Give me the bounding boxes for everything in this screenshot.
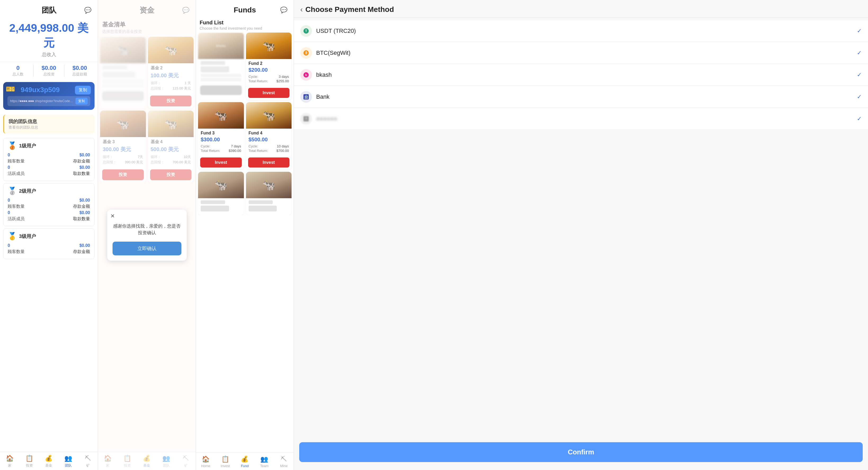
en-fund-2-cycle-val: 3 days [279,75,289,78]
level-1-stats: 0 $0.00 顾客数量 存款金额 0 $0.00 活跃成员 取款数量 [8,153,90,177]
level-1-header: 🥉 1级用户 [8,141,90,150]
panel1-title: 团队 [15,5,83,15]
payment-item-usdt[interactable]: T USDT (TRC20) ✓ [294,21,868,42]
level-1-customers-val: 0 [8,153,10,158]
referral-emoji: 🎫 [6,85,15,93]
panel3-message-icon[interactable]: 💬 [279,5,288,15]
stat-total-invest-label: 总投资 [34,72,64,77]
en-fund-4-cycle-row: Cycle: 10 days [249,144,289,148]
p3-nav-team-label: Team [260,464,269,468]
en-fund-1-img: iinvou [198,33,244,59]
nav-mine-label: 矿 [86,463,90,468]
level-2-withdraw-val: $0.00 [80,210,90,215]
bank-check-icon: ✓ [857,93,862,100]
bkash-check-icon: ✓ [857,71,862,78]
btc-check-icon: ✓ [857,49,862,56]
level-2-deposit-val: $0.00 [80,198,90,203]
en-fund-3-info: Fund 3 $300.00 Cycle: 7 days Total Retur… [198,129,244,155]
en-fund-3-return-val: $390.00 [229,149,241,153]
panel3-bottom-nav: 🏠 Home 📋 Invest 💰 Fund 👥 Team ⛏ Mine [196,452,294,470]
en-fund-3-cycle-val: 7 days [231,144,241,148]
level-2-stats: 0 $0.00 顾客数量 存款金额 0 $0.00 活跃成员 取款数量 [8,198,90,223]
level-3-customers-val: 0 [8,243,10,248]
en-fund-4-invest-button[interactable]: Invest [248,158,290,168]
back-button[interactable]: ‹ [300,5,303,14]
en-fund-4-price: $500.00 [249,137,289,143]
panel-payment: ‹ Choose Payment Method T USDT (TRC20) ✓… [294,0,868,470]
nav-fund[interactable]: 💰 基金 [39,455,59,468]
level-2-active-val: 0 [8,210,10,215]
payment-item-bkash[interactable]: b bkash ✓ [294,64,868,86]
nav-home[interactable]: 🏠 家 [0,455,20,468]
en-fund-2-price: $200.00 [249,67,289,73]
team-info-sub: 查看你的团队信息 [8,125,90,130]
en-fund-3-name: Fund 3 [201,131,241,135]
fund-card-en-6-partial: 🐄 [246,172,292,215]
copy-username-button[interactable]: 复制 [75,86,91,95]
p3-nav-home-label: Home [201,464,211,468]
en-fund-3-img: 🐄 [198,102,244,129]
en-fund-3-cycle-row: Cycle: 7 days [201,144,241,148]
en-fund-2-img: 🐄 [246,33,292,59]
level-3-deposit-label: 存款金额 [73,249,90,255]
en-fund-1-info [198,59,244,83]
en-fund-6-img: 🐄 [246,172,292,198]
referral-link-row: https://■■■■.■■■ shop/register?inviteCod… [7,96,90,106]
en-cow-3-emoji: 🐄 [214,109,227,122]
en-cow-4-emoji: 🐄 [262,109,275,122]
level-1-deposit-label: 存款金额 [73,159,90,164]
modal-confirm-button[interactable]: 立即确认 [113,242,181,256]
level-1-icon: 🥉 [8,141,17,150]
stat-total-withdraw-val: $0.00 [64,65,95,71]
p3-nav-home[interactable]: 🏠 Home [196,456,216,468]
payment-item-bank[interactable]: 🏦 Bank ✓ [294,86,868,108]
panel3-header: Funds 💬 [196,0,294,18]
panel1-bottom-nav: 🏠 家 📋 投资 💰 基金 👥 团队 ⛏ 矿 [0,452,98,470]
usdt-icon: T [300,25,312,37]
payment-item-other[interactable]: ? ■■■■■■ ✓ [294,108,868,130]
stat-total-withdraw: $0.00 总提款额 [64,65,95,77]
p3-nav-mine[interactable]: ⛏ Mine [274,456,294,468]
nav-home-label: 家 [8,463,11,468]
payment-item-btc[interactable]: ₿ BTC(SegWit) ✓ [294,42,868,64]
en-fund-3-return-label: Total Return: [201,149,220,153]
modal-close-button[interactable]: ✕ [111,213,115,219]
mine-icon: ⛏ [85,455,91,462]
fund-card-en-5-partial: 🐄 [198,172,244,215]
copy-link-button[interactable]: 复制 [75,98,88,104]
fund-list-sub-en: Choose the fund investment you need [196,26,294,33]
en-cow-5-emoji: 🐄 [214,179,227,191]
level-2-card: 🥈 2级用户 0 $0.00 顾客数量 存款金额 0 $0.00 活跃成员 [3,183,95,226]
amount-section: 2,449,998.00 美元 总收入 [0,18,98,62]
en-cow-6-emoji: 🐄 [262,179,275,191]
en-fund-2-invest-button[interactable]: Invest [248,88,290,98]
level-2-row-1-labels: 顾客数量 存款金额 [8,204,90,209]
message-icon[interactable]: 💬 [83,6,92,15]
nav-team[interactable]: 👥 团队 [59,455,78,468]
fund-grid-en: iinvou 🐄 Fund 2 $200.00 [196,33,294,215]
svg-text:T: T [305,29,307,33]
level-1-title: 1级用户 [19,143,36,149]
nav-mine[interactable]: ⛏ 矿 [78,455,98,468]
p3-nav-team[interactable]: 👥 Team [254,456,274,468]
en-fund-2-return-label: Total Return: [249,79,268,83]
en-fund-3-invest-button[interactable]: Invest [200,158,242,168]
nav-invest[interactable]: 📋 投资 [20,455,39,468]
confirm-payment-button[interactable]: Confirm [299,442,863,462]
svg-text:?: ? [305,117,307,121]
total-amount: 2,449,998.00 美元 [5,21,92,50]
p3-nav-invest[interactable]: 📋 Invest [216,456,235,468]
other-name: ■■■■■■ [316,115,857,122]
panel-funds-chinese: 资金 💬 基金清单 选择您需要的基金投资 🐄 [98,0,196,470]
panel4-title: Choose Payment Method [305,5,394,14]
level-3-header: 🥇 3级用户 [8,232,90,241]
stat-total-invest: $0.00 总投资 [34,65,64,77]
p3-nav-fund[interactable]: 💰 Fund [235,456,255,468]
level-3-customers-label: 顾客数量 [8,249,25,255]
en-fund-4-img: 🐄 [246,102,292,129]
bkash-name: bkash [316,71,857,78]
team-info-card[interactable]: 我的团队信息 查看你的团队信息 [3,114,95,134]
other-check-icon: ✓ [857,115,862,122]
nav-invest-label: 投资 [26,463,33,468]
nav-fund-label: 基金 [45,463,52,468]
